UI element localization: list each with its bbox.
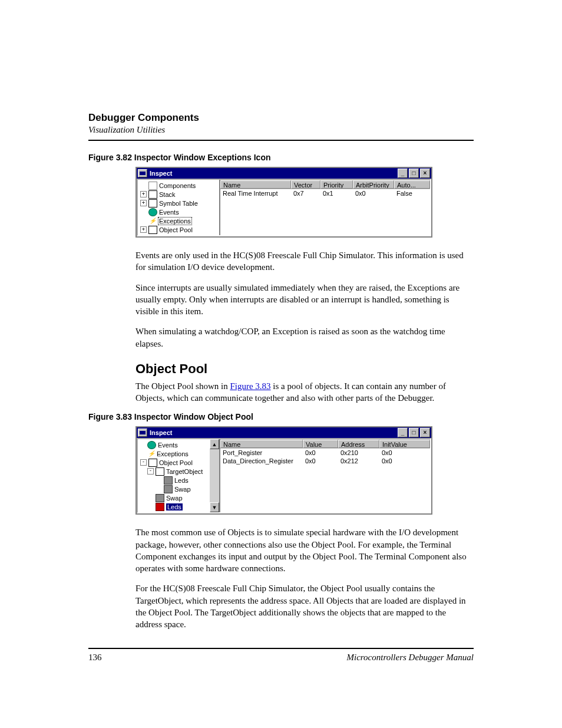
figure-83-link[interactable]: Figure 3.83 [230,381,270,391]
cell-init: 0x0 [379,449,430,457]
cell-priority: 0x1 [320,189,353,197]
list-row[interactable]: Data_Direction_Register 0x0 0x212 0x0 [220,457,430,465]
tree-item-symbol-table[interactable]: +Symbol Table [139,199,218,207]
tree-pane[interactable]: Components +Stack +Symbol Table Events ⚡… [138,180,220,235]
scroll-track[interactable] [210,449,219,502]
expand-icon[interactable]: + [140,226,147,233]
tree-item-exceptions[interactable]: ⚡Exceptions [139,449,209,458]
tree-item-events[interactable]: Events [139,207,218,216]
inspector-window-exceptions: Inspect _ □ × Components +Stack +Symbol … [135,167,432,238]
exception-icon: ⚡ [147,450,155,457]
maximize-button[interactable]: □ [409,169,419,178]
tree-item-exceptions[interactable]: ⚡Exceptions [139,216,218,225]
system-menu-icon[interactable] [138,169,147,177]
inspector-window-object-pool: Inspect _ □ × Events ⚡Exceptions -Object… [135,426,432,515]
cell-auto: False [394,189,430,197]
scrollbar-vertical[interactable]: ▲ ▼ [210,439,219,512]
col-priority[interactable]: Priority [320,180,353,189]
maximize-button[interactable]: □ [409,428,419,437]
cell-value: 0x0 [303,449,338,457]
tree-label: Swap [174,486,191,493]
text-fragment: The Object Pool shown in [135,381,230,391]
list-header: Name Value Address InitValue [220,439,430,449]
tree-label: Leds [174,477,189,484]
footer-rule [88,648,474,649]
folder-icon [148,182,157,190]
chip-icon [156,494,164,502]
col-name[interactable]: Name [220,180,291,189]
expand-icon[interactable]: + [140,200,147,206]
tree-item-swap[interactable]: Swap [139,493,209,502]
collapse-icon[interactable]: - [147,468,154,475]
para-watchdog: When simulating a watchdog/COP, an Excep… [88,325,474,350]
scroll-up-button[interactable]: ▲ [210,439,219,449]
tree-item-target-object[interactable]: -TargetObject [139,467,209,476]
tree-item-leds-selected[interactable]: Leds [139,502,209,511]
cell-value: 0x0 [303,457,338,465]
header-rule [88,140,474,141]
collapse-icon[interactable]: - [140,459,147,466]
tree-label: Symbol Table [159,200,198,207]
minimize-button[interactable]: _ [398,169,408,178]
list-pane[interactable]: Name Vector Priority ArbitPriority Auto.… [220,180,430,235]
system-menu-icon[interactable] [138,429,147,437]
tree-label: Leds [166,503,183,510]
para-events-usage: Events are only used in the HC(S)08 Free… [88,249,474,274]
subsection-title: Visualization Utilities [88,125,474,135]
tree-label: TargetObject [166,468,203,475]
cell-name: Data_Direction_Register [220,457,303,465]
tree-item-components[interactable]: Components [139,181,218,190]
cell-arbit: 0x0 [353,189,394,197]
col-initvalue[interactable]: InitValue [379,440,430,448]
tree-item-object-pool[interactable]: +Object Pool [139,225,218,234]
chip-icon [164,476,173,485]
figure-82-caption: Figure 3.82 Inspector Window Exceptions … [88,153,474,162]
tree-label: Exceptions [158,217,192,225]
list-pane[interactable]: Name Value Address InitValue Port_Regist… [220,439,430,512]
stack-icon [148,190,157,199]
section-title: Debugger Components [88,112,474,124]
col-address[interactable]: Address [338,440,379,448]
expand-icon[interactable]: + [140,191,147,197]
titlebar[interactable]: Inspect _ □ × [137,427,431,438]
chip-icon [164,485,173,493]
scroll-down-button[interactable]: ▼ [210,502,219,512]
tree-item-swap[interactable]: Swap [139,485,209,493]
manual-title: Microcontrollers Debugger Manual [346,653,474,663]
target-icon [156,467,164,476]
col-value[interactable]: Value [303,440,338,448]
tree-label: Object Pool [159,226,193,233]
tree-label: Events [158,442,178,449]
titlebar[interactable]: Inspect _ □ × [137,168,431,179]
tree-item-events[interactable]: Events [139,440,209,449]
tree-item-stack[interactable]: +Stack [139,190,218,199]
window-title: Inspect [150,170,396,177]
tree-label: Swap [166,495,183,502]
list-header: Name Vector Priority ArbitPriority Auto.… [220,180,430,189]
figure-83-caption: Figure 3.83 Inspector Window Object Pool [88,412,474,421]
tree-label: Exceptions [157,450,189,457]
pool-icon [148,226,157,234]
para-object-pool-intro: The Object Pool shown in Figure 3.83 is … [88,380,474,404]
tree-label: Object Pool [159,459,193,466]
close-button[interactable]: × [420,428,430,437]
tree-item-object-pool[interactable]: -Object Pool [139,458,209,467]
cell-name: Port_Register [220,449,303,457]
cell-address: 0x212 [338,457,379,465]
cell-vector: 0x7 [291,189,320,197]
list-row[interactable]: Real Time Interrupt 0x7 0x1 0x0 False [220,189,430,197]
list-row[interactable]: Port_Register 0x0 0x210 0x0 [220,449,430,457]
col-auto[interactable]: Auto... [394,180,430,189]
table-icon [148,199,157,207]
heading-object-pool: Object Pool [135,361,474,377]
tree-pane[interactable]: Events ⚡Exceptions -Object Pool -TargetO… [138,439,220,512]
chip-icon [156,503,164,511]
minimize-button[interactable]: _ [398,428,408,437]
tree-item-leds[interactable]: Leds [139,476,209,485]
col-arbit[interactable]: ArbitPriority [353,180,394,189]
tree-label: Events [159,209,179,216]
col-name[interactable]: Name [220,440,303,448]
col-vector[interactable]: Vector [291,180,320,189]
close-button[interactable]: × [420,169,430,178]
pool-icon [148,459,157,467]
